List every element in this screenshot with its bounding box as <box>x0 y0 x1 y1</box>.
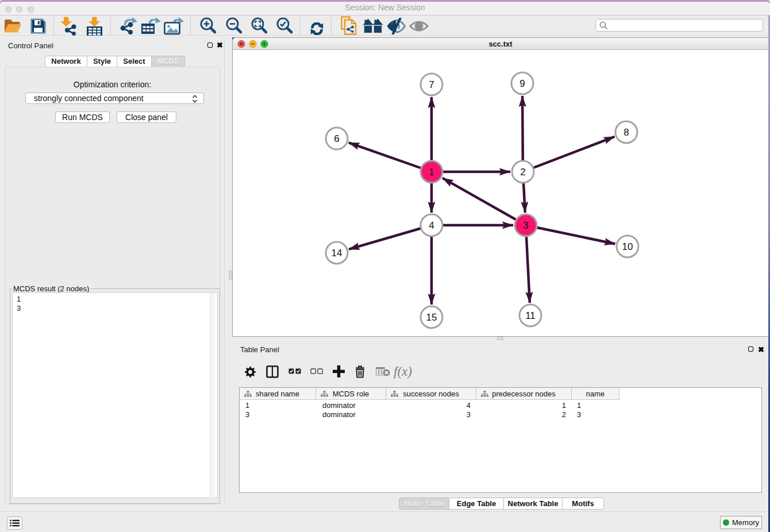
svg-text:10: 10 <box>622 241 633 252</box>
svg-text:4: 4 <box>429 220 434 231</box>
svg-text:11: 11 <box>525 310 536 321</box>
svg-text:14: 14 <box>332 248 342 259</box>
svg-text:2: 2 <box>520 167 525 178</box>
svg-text:7: 7 <box>429 79 434 90</box>
svg-text:3: 3 <box>523 220 528 231</box>
svg-text:9: 9 <box>519 78 525 89</box>
svg-text:15: 15 <box>426 312 437 323</box>
svg-text:1: 1 <box>429 167 434 178</box>
svg-text:8: 8 <box>623 127 629 138</box>
svg-text:6: 6 <box>334 133 339 144</box>
